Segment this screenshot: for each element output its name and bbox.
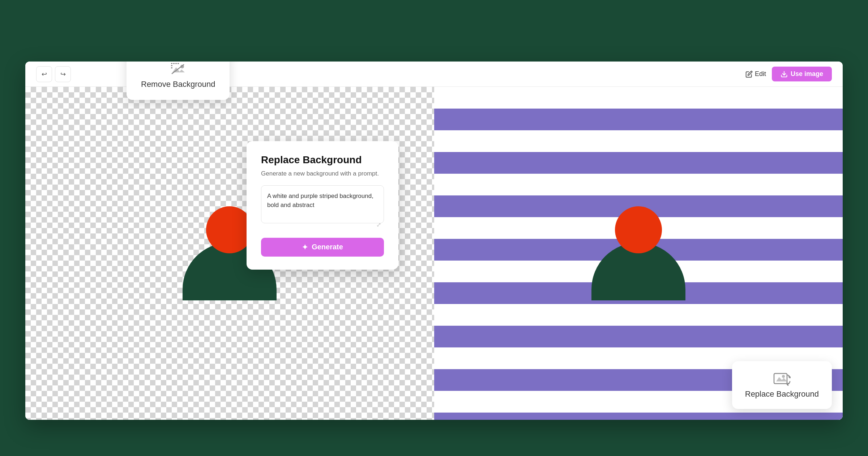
avatar-figure-right [591, 206, 685, 300]
use-image-label: Use image [791, 70, 823, 78]
redo-icon: ↪ [60, 70, 66, 78]
prompt-wrapper: A white and purple striped background, b… [261, 185, 384, 231]
avatar-head-right [615, 206, 662, 253]
edit-button[interactable]: Edit [745, 70, 766, 78]
stripe-2 [434, 130, 843, 152]
svg-rect-3 [175, 63, 177, 64]
toolbar-right: Edit Use image [745, 67, 832, 81]
svg-rect-6 [171, 67, 172, 68]
replace-bg-card-subtitle: Generate a new background with a prompt. [261, 169, 384, 178]
svg-rect-1 [171, 63, 172, 64]
toolbar-left: ↩ ↪ [36, 66, 71, 82]
generate-label: Generate [312, 243, 343, 251]
resize-icon: ⤡ [375, 223, 382, 227]
pencil-icon [745, 71, 753, 78]
right-panel: Replace Background [434, 87, 843, 420]
svg-point-10 [782, 375, 785, 378]
use-image-button[interactable]: Use image [772, 67, 832, 81]
stripe-3 [434, 174, 843, 195]
svg-rect-4 [178, 63, 179, 64]
replace-bg-card-title: Replace Background [261, 154, 384, 166]
stripe-1 [434, 87, 843, 109]
download-icon [781, 71, 788, 78]
sparkle-icon: ✦ [302, 243, 308, 252]
prompt-textarea[interactable]: A white and purple striped background, b… [261, 185, 384, 223]
redo-button[interactable]: ↪ [55, 66, 71, 82]
undo-icon: ↩ [42, 70, 47, 78]
svg-rect-2 [173, 63, 175, 64]
canvas-area: Remove Background [25, 87, 843, 420]
edit-label: Edit [755, 70, 766, 78]
remove-bg-label: Remove Background [141, 80, 215, 89]
replace-bg-icon [773, 371, 791, 386]
remove-bg-icon [170, 62, 187, 76]
replace-bg-tooltip-label: Replace Background [745, 389, 819, 399]
replace-bg-card: Replace Background Generate a new backgr… [247, 141, 398, 270]
replace-bg-tooltip: Replace Background [732, 361, 832, 409]
undo-button[interactable]: ↩ [36, 66, 52, 82]
editor-window: ↩ ↪ Edit Use image [25, 62, 843, 420]
svg-line-8 [172, 64, 184, 74]
remove-bg-tooltip: Remove Background [127, 62, 230, 100]
generate-button[interactable]: ✦ Generate [261, 238, 384, 257]
stripe-6 [434, 304, 843, 326]
avatar-head-left [206, 206, 253, 253]
svg-rect-5 [171, 65, 172, 66]
